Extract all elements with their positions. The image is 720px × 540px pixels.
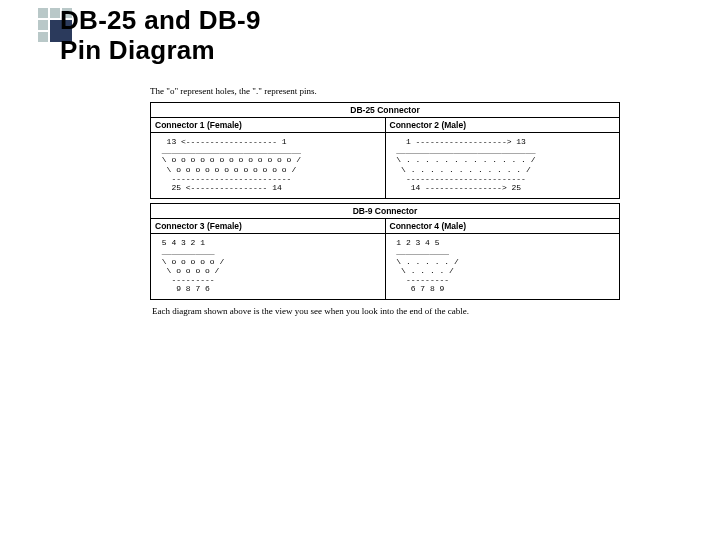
db25-caption: DB-25 Connector	[150, 102, 620, 117]
legend-text: The "o" represent holes, the "." represe…	[150, 86, 620, 96]
db9-table: DB-9 Connector Connector 3 (Female) Conn…	[150, 203, 620, 300]
db9-male-ascii: 1 2 3 4 5 ___________ \ . . . . . / \ . …	[392, 238, 614, 293]
db25-male-ascii: 1 -------------------> 13 ______________…	[392, 137, 614, 192]
db9-female-header: Connector 3 (Female)	[151, 219, 386, 234]
db25-table: DB-25 Connector Connector 1 (Female) Con…	[150, 102, 620, 199]
db25-female-ascii: 13 <------------------- 1 ______________…	[157, 137, 379, 192]
footnote-text: Each diagram shown above is the view you…	[152, 306, 618, 316]
title-line-2: Pin Diagram	[60, 36, 261, 66]
slide-title: DB-25 and DB-9 Pin Diagram	[60, 6, 261, 66]
title-line-1: DB-25 and DB-9	[60, 6, 261, 36]
db25-female-header: Connector 1 (Female)	[151, 118, 386, 133]
db9-male-header: Connector 4 (Male)	[385, 219, 620, 234]
db9-female-ascii: 5 4 3 2 1 ___________ \ o o o o o / \ o …	[157, 238, 379, 293]
db9-caption: DB-9 Connector	[150, 203, 620, 218]
db25-male-header: Connector 2 (Male)	[385, 118, 620, 133]
slide-body: The "o" represent holes, the "." represe…	[150, 86, 620, 316]
